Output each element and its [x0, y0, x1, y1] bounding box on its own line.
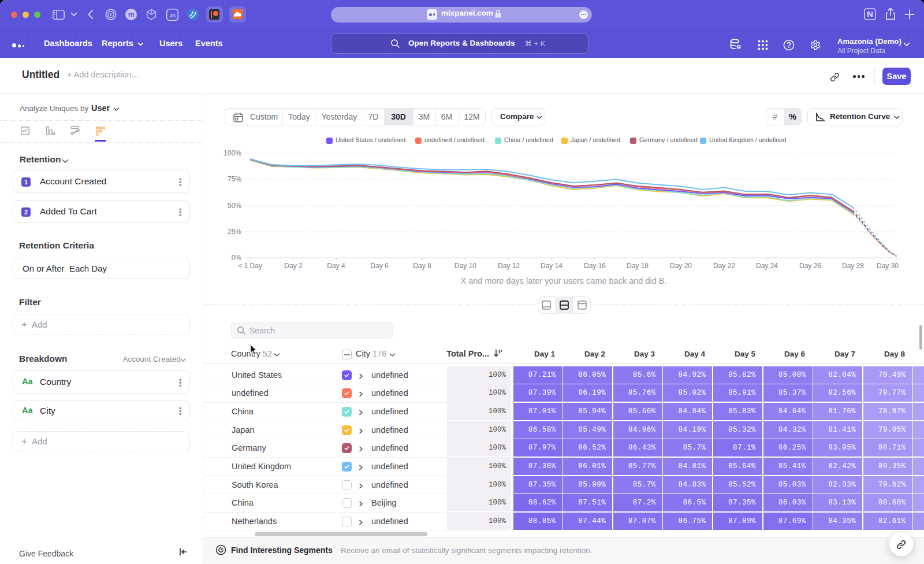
svg-text:50%: 50% — [228, 202, 241, 210]
svg-text:Day 10: Day 10 — [454, 262, 476, 270]
svg-text:Day 2: Day 2 — [284, 262, 303, 270]
svg-text:Day 4: Day 4 — [327, 262, 345, 270]
svg-text:Day 22: Day 22 — [713, 262, 735, 270]
svg-text:Day 6: Day 6 — [370, 262, 389, 270]
svg-text:Day 18: Day 18 — [627, 262, 649, 270]
svg-text:JS: JS — [169, 13, 176, 18]
svg-text:100%: 100% — [223, 149, 241, 157]
svg-text:Day 8: Day 8 — [413, 262, 431, 270]
svg-text:< 1 Day: < 1 Day — [238, 262, 262, 270]
svg-text:Day 26: Day 26 — [799, 262, 821, 270]
svg-text:Day 12: Day 12 — [498, 262, 520, 270]
svg-text:Day 14: Day 14 — [541, 262, 562, 270]
svg-text:Day 28: Day 28 — [842, 262, 864, 270]
svg-text:0%: 0% — [232, 254, 242, 262]
svg-text:Day 16: Day 16 — [584, 262, 606, 270]
svg-text:Day 24: Day 24 — [756, 262, 778, 270]
svg-text:Day 20: Day 20 — [670, 262, 692, 270]
svg-text:25%: 25% — [228, 228, 241, 236]
svg-text:75%: 75% — [228, 175, 241, 183]
svg-text:Day 30: Day 30 — [877, 262, 899, 270]
